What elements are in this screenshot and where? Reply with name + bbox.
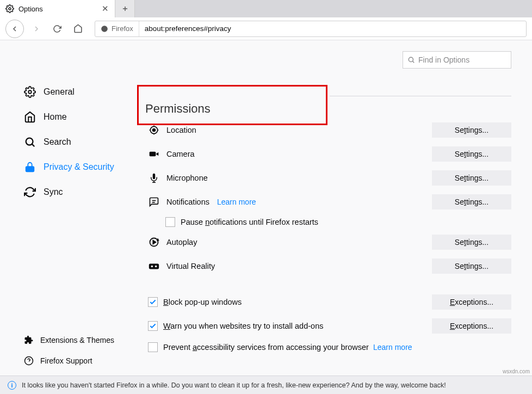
sidebar-item-search[interactable]: Search (0, 130, 131, 155)
url-text: about:preferences#privacy (139, 24, 526, 33)
close-icon[interactable]: ✕ (101, 4, 109, 13)
gear-icon (5, 4, 14, 13)
settings-button-location[interactable]: Settings... (432, 122, 511, 138)
perm-label: Notifications Learn more (166, 198, 425, 206)
sidebar-item-label: Extensions & Themes (40, 336, 114, 344)
prevent-a11y-checkbox[interactable] (148, 342, 158, 352)
learn-more-link[interactable]: Learn more (217, 198, 256, 206)
sidebar: General Home Search Privacy & Security S… (0, 40, 131, 375)
search-placeholder: Find in Options (418, 56, 469, 64)
tab-title: Options (18, 5, 96, 13)
identity-label: Firefox (112, 24, 133, 33)
new-tab-button[interactable] (115, 0, 135, 17)
svg-point-4 (28, 90, 32, 94)
location-icon (148, 124, 160, 136)
info-icon: i (8, 381, 16, 390)
puzzle-icon (24, 335, 34, 345)
warn-addons-checkbox[interactable] (148, 321, 158, 331)
block-popups-row: Block pop-up windows Exceptions... (137, 290, 511, 314)
vr-icon (148, 260, 160, 272)
forward-button[interactable] (28, 21, 45, 37)
svg-point-0 (9, 8, 11, 10)
sidebar-item-support[interactable]: Firefox Support (0, 350, 131, 371)
sidebar-item-home[interactable]: Home (0, 104, 131, 130)
perm-label: Camera (166, 150, 425, 158)
svg-point-5 (26, 138, 33, 145)
watermark: wsxdn.com (503, 368, 530, 374)
svg-line-11 (412, 61, 414, 63)
back-button[interactable] (5, 20, 24, 38)
svg-rect-7 (26, 167, 34, 171)
settings-button-camera[interactable]: Settings... (432, 146, 511, 162)
svg-point-3 (101, 26, 108, 32)
toolbar: Firefox about:preferences#privacy (0, 17, 532, 40)
svg-marker-19 (156, 152, 158, 156)
settings-button-microphone[interactable]: Settings... (432, 170, 511, 186)
home-icon (24, 111, 36, 123)
gear-icon (24, 86, 36, 98)
section-divider (330, 96, 511, 96)
sidebar-item-label: Sync (44, 187, 63, 197)
microphone-icon (148, 172, 160, 184)
section-heading: Permissions (145, 102, 319, 116)
url-bar[interactable]: Firefox about:preferences#privacy (95, 21, 527, 37)
search-icon (24, 136, 36, 148)
svg-line-6 (32, 144, 35, 147)
sidebar-item-label: Search (44, 137, 71, 147)
help-icon (24, 356, 34, 366)
lock-icon (24, 161, 36, 173)
perm-label: Location (166, 126, 425, 134)
pause-notifications-checkbox[interactable] (165, 217, 175, 227)
settings-button-vr[interactable]: Settings... (432, 258, 511, 274)
sidebar-item-label: General (44, 87, 75, 97)
perm-row-microphone: Microphone Settings... (137, 166, 511, 190)
svg-point-13 (153, 129, 156, 132)
perm-row-vr: Virtual Reality Settings... (137, 254, 511, 278)
notifications-icon (148, 196, 160, 208)
settings-button-autoplay[interactable]: Settings... (432, 235, 511, 250)
svg-rect-24 (149, 263, 159, 269)
sidebar-item-privacy[interactable]: Privacy & Security (0, 155, 131, 180)
svg-point-10 (409, 57, 413, 61)
warn-addons-row: Warn you when websites try to install ad… (137, 314, 511, 338)
tabstrip: Options ✕ (0, 0, 532, 17)
firefox-icon (101, 25, 108, 33)
checkbox-label: Block pop-up windows (163, 298, 426, 306)
svg-point-25 (151, 266, 153, 268)
pause-notifications-row: Pause notifications until Firefox restar… (137, 214, 511, 230)
perm-row-location: Location Settings... (137, 118, 511, 142)
sidebar-item-extensions[interactable]: Extensions & Themes (0, 330, 131, 350)
sync-icon (24, 186, 36, 198)
reload-button[interactable] (49, 21, 65, 37)
checkbox-label: Pause notifications until Firefox restar… (181, 218, 511, 226)
checkbox-label: Prevent accessibility services from acce… (163, 343, 511, 352)
svg-point-26 (155, 266, 157, 268)
svg-rect-18 (150, 152, 156, 156)
checkbox-label: Warn you when websites try to install ad… (163, 322, 426, 330)
sidebar-item-label: Privacy & Security (44, 162, 114, 172)
content-area: General Home Search Privacy & Security S… (0, 40, 532, 375)
learn-more-link[interactable]: Learn more (373, 343, 412, 352)
sidebar-item-general[interactable]: General (0, 79, 131, 104)
notice-text: It looks like you haven't started Firefo… (22, 381, 446, 389)
tab-options[interactable]: Options ✕ (0, 0, 115, 17)
perm-label: Virtual Reality (166, 262, 425, 270)
sidebar-item-sync[interactable]: Sync (0, 180, 131, 205)
autoplay-icon (148, 236, 160, 248)
main-panel: Find in Options Permissions Location Set… (131, 40, 532, 375)
exceptions-button-popups[interactable]: Exceptions... (432, 294, 511, 310)
sidebar-item-label: Home (44, 112, 67, 122)
exceptions-button-addons[interactable]: Exceptions... (432, 318, 511, 334)
perm-row-camera: Camera Settings... (137, 142, 511, 166)
perm-label: Autoplay (166, 238, 425, 247)
identity-box[interactable]: Firefox (95, 21, 139, 36)
settings-button-notifications[interactable]: Settings... (432, 194, 511, 210)
svg-marker-23 (153, 241, 156, 244)
search-input[interactable]: Find in Options (403, 51, 511, 69)
home-button[interactable] (70, 21, 86, 37)
prevent-a11y-row: Prevent accessibility services from acce… (137, 338, 511, 356)
block-popups-checkbox[interactable] (148, 297, 158, 307)
sidebar-bottom: Extensions & Themes Firefox Support (0, 330, 131, 371)
search-icon (407, 56, 415, 64)
notice-bar: i It looks like you haven't started Fire… (0, 375, 532, 394)
